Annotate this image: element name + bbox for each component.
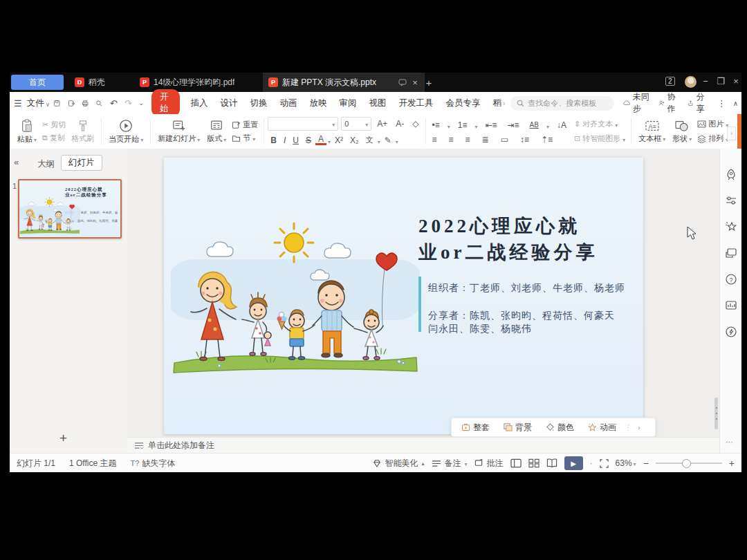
menu-animation[interactable]: 动画: [279, 97, 297, 109]
zoom-out-button[interactable]: −: [643, 458, 649, 469]
reading-view-button[interactable]: [546, 458, 557, 468]
italic-button[interactable]: I: [281, 136, 288, 145]
tab-close-icon[interactable]: ×: [411, 77, 419, 88]
zoom-in-button[interactable]: +: [729, 458, 735, 469]
bold-button[interactable]: B: [268, 136, 279, 145]
numbered-list-button[interactable]: 1≡: [455, 120, 470, 130]
window-count-badge[interactable]: 2: [665, 77, 675, 86]
font-color-button[interactable]: A: [315, 136, 326, 145]
collaborate-button[interactable]: 协作: [658, 91, 679, 115]
ribbon-expand-handle[interactable]: ›: [727, 127, 736, 140]
clear-format-button[interactable]: ◇: [409, 119, 421, 129]
save-icon[interactable]: [53, 98, 60, 109]
highlight-button[interactable]: ✎: [382, 136, 394, 145]
align-center-button[interactable]: ≡: [446, 135, 456, 144]
menu-daoke-more-icon[interactable]: ›: [503, 100, 505, 107]
menu-start[interactable]: 开始: [151, 89, 180, 117]
tab-home[interactable]: 首页: [11, 75, 64, 90]
print-icon[interactable]: [82, 98, 89, 109]
fit-slide-icon[interactable]: [600, 459, 609, 468]
slide-sorter-view-button[interactable]: [528, 458, 540, 468]
color-button[interactable]: 颜色: [540, 422, 580, 433]
add-slide-button[interactable]: +: [59, 431, 67, 446]
tab-outline[interactable]: 大纲: [37, 158, 55, 170]
new-slide-button[interactable]: 新建幻灯片: [154, 118, 203, 144]
slideshow-play-button[interactable]: ▶: [564, 456, 583, 470]
justify-button[interactable]: ≣: [479, 135, 492, 144]
grow-font-button[interactable]: A+: [374, 119, 390, 129]
redo-icon[interactable]: ↷: [124, 98, 132, 109]
align-right-button[interactable]: ≡: [463, 135, 473, 144]
notes-toggle-button[interactable]: 备注: [432, 458, 468, 469]
layout-button[interactable]: 版式: [203, 118, 230, 144]
strikethrough-button[interactable]: S: [303, 136, 314, 145]
animation-button[interactable]: 动画: [582, 422, 622, 433]
font-family-combo[interactable]: [268, 117, 338, 131]
shrink-font-button[interactable]: A-: [393, 119, 407, 129]
menu-insert[interactable]: 插入: [190, 97, 208, 109]
to-smart-graphic-button[interactable]: ⊡ 转智能图形: [572, 133, 627, 144]
bullet-list-button[interactable]: •≡: [430, 120, 443, 130]
user-avatar[interactable]: [685, 76, 697, 88]
help-icon[interactable]: ?: [725, 273, 737, 286]
share-button[interactable]: 分享: [688, 91, 708, 115]
arrange-button[interactable]: 排列: [695, 133, 730, 144]
copy-button[interactable]: ⧉ 复制: [40, 133, 68, 143]
idea-bulb-icon[interactable]: [725, 326, 737, 338]
slide-editor[interactable]: 2022心理应心就 业or二战经验分享 组织者：丁老师、刘老师、牛老师、杨老师 …: [164, 158, 643, 434]
rail-more-icon[interactable]: ⋯: [726, 438, 733, 447]
menu-transition[interactable]: 切换: [250, 97, 267, 109]
rocket-tools-icon[interactable]: [725, 168, 737, 180]
print-preview-icon[interactable]: [95, 98, 102, 109]
font-size-combo[interactable]: 0: [341, 117, 371, 131]
menu-view[interactable]: 视图: [369, 97, 386, 109]
tab-daoke[interactable]: D 稻壳: [69, 73, 111, 92]
increase-indent-button[interactable]: ⇥≡: [505, 120, 522, 130]
duplicate-slide-icon[interactable]: [725, 247, 737, 259]
align-text-button[interactable]: ⇕ 对齐文本: [572, 119, 627, 129]
shapes-button[interactable]: 形状: [669, 119, 695, 144]
menu-devtools[interactable]: 开发工具: [398, 97, 433, 109]
theme-info[interactable]: 1 Office 主题: [69, 458, 116, 469]
notes-bar[interactable]: 单击此处添加备注: [127, 437, 719, 454]
file-chevron-icon[interactable]: [46, 97, 50, 109]
underline-button[interactable]: U: [290, 136, 302, 145]
new-tab-button[interactable]: +: [422, 77, 436, 88]
decrease-indent-button[interactable]: ⇤≡: [482, 120, 499, 130]
suite-button[interactable]: 整套: [456, 422, 495, 433]
zoom-slider-knob[interactable]: [682, 459, 691, 468]
search-input[interactable]: 查找命令、搜索模板: [510, 96, 614, 111]
export-icon[interactable]: [68, 98, 75, 109]
menu-design[interactable]: 设计: [220, 97, 237, 109]
text-direction-button[interactable]: ↓A: [554, 120, 569, 130]
collapse-panel-icon[interactable]: «: [14, 157, 19, 167]
zoom-level-display[interactable]: 63%: [616, 458, 636, 468]
image-chart-icon[interactable]: [725, 299, 737, 312]
family-illustration[interactable]: [171, 216, 420, 375]
smart-beautify-button[interactable]: 智能美化 ▴: [372, 458, 425, 469]
pinyin-guide-button[interactable]: 文: [363, 135, 376, 145]
undo-icon[interactable]: ↶: [110, 98, 118, 109]
menu-review[interactable]: 审阅: [339, 97, 356, 109]
paste-button[interactable]: 粘贴: [14, 118, 40, 145]
float-toolbar-more-icon[interactable]: ›: [635, 423, 643, 431]
subscript-button[interactable]: X₂: [347, 136, 362, 145]
tab-pptx-document[interactable]: P 新建 PPTX 演示文稿.pptx ×: [263, 73, 425, 92]
tab-pdf-document[interactable]: P 14级心理学张昀昀.pdf: [134, 73, 240, 92]
spacing-before-button[interactable]: ⇡≡: [538, 135, 555, 144]
collapse-ribbon-icon[interactable]: ∧: [733, 100, 738, 107]
minimize-button[interactable]: −: [699, 76, 712, 86]
missing-font-warning[interactable]: T? 缺失字体: [130, 458, 175, 469]
file-menu[interactable]: 文件: [27, 97, 44, 109]
menu-slideshow[interactable]: 放映: [309, 97, 326, 109]
tab-slides[interactable]: 幻灯片: [61, 155, 102, 171]
zoom-slider[interactable]: [656, 463, 722, 464]
more-options-icon[interactable]: ⋮: [717, 98, 726, 109]
line-spacing-button[interactable]: ↕≡: [517, 135, 532, 144]
picture-button[interactable]: 图片: [695, 119, 730, 129]
menu-member[interactable]: 会员专享: [445, 97, 480, 109]
char-spacing-button[interactable]: AB: [527, 121, 542, 129]
cut-button[interactable]: ✂ 剪切: [40, 120, 68, 130]
hamburger-icon[interactable]: ☰: [14, 98, 22, 109]
menu-daoke[interactable]: 稻: [492, 97, 501, 109]
